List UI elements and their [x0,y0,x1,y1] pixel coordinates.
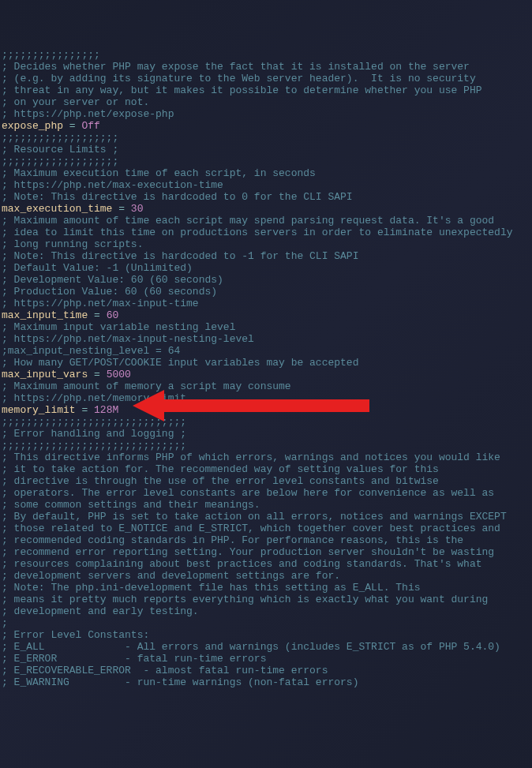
comment-text: ; Maximum execution time of each script,… [2,167,316,179]
ini-key: max_execution_time [2,203,112,215]
comment-text: ; idea to limit this time on productions… [2,227,513,238]
code-line: ; E_ERROR - fatal run-time errors [2,653,530,665]
code-line: max_input_vars = 5000 [2,369,530,380]
ini-key: max_input_vars [2,369,88,380]
code-line: ;;;;;;;;;;;;;;;;;;; [2,132,530,144]
code-line: ; https://php.net/max-execution-time [2,179,530,191]
comment-text: ; How many GET/POST/COOKIE input variabl… [2,357,358,369]
comment-text: ; directive is through the use of the er… [2,475,439,487]
equals-sign: = [88,369,106,380]
comment-text: ; E_RECOVERABLE_ERROR - almost fatal run… [2,665,328,676]
ini-value: 30 [131,203,144,215]
equals-sign: = [112,203,130,215]
comment-text: ; Default Value: -1 (Unlimited) [2,262,193,274]
code-line: ; [2,617,530,629]
ini-value: 60 [107,309,119,321]
code-line: ; Maximum execution time of each script,… [2,167,530,179]
code-line: ; Note: The php.ini-development file has… [2,582,530,594]
code-line: ; those related to E_NOTICE and E_STRICT… [2,523,530,534]
comment-text: ; recommended coding standards in PHP. F… [2,534,463,546]
comment-text: ; development servers and development se… [2,570,340,582]
code-line: ; Decides whether PHP may expose the fac… [2,61,530,73]
comment-text: ; means it pretty much reports everythin… [2,594,488,605]
comment-text: ;;;;;;;;;;;;;;;;;;; [2,155,118,167]
comment-text: ; Error Level Constants: [2,629,149,641]
code-line: ; Error handling and logging ; [2,428,530,440]
code-line: ; Note: This directive is hardcoded to -… [2,250,530,262]
comment-text: ; Maximum amount of memory a script may … [2,380,291,392]
equals-sign: = [63,120,81,132]
comment-text: ; long running scripts. [2,238,143,250]
code-line: ; development and early testing. [2,605,530,617]
comment-text: ; Maximum amount of time each script may… [2,215,494,227]
code-line: ; https://php.net/expose-php [2,108,530,120]
ini-value: 5000 [107,369,131,380]
code-line: ;;;;;;;;;;;;;;;;;;;;;;;;;;;;;; [2,416,530,428]
code-line: ; This directive informs PHP of which er… [2,451,530,463]
comment-text: ; https://php.net/expose-php [2,108,174,120]
comment-text: ; development and early testing. [2,605,199,617]
comment-text: ; resources complaining about best pract… [2,558,482,570]
code-line: ; Note: This directive is hardcoded to 0… [2,191,530,203]
code-line: ; By default, PHP is set to take action … [2,511,530,523]
code-line: ; some common settings and their meaning… [2,499,530,511]
comment-text: ; threat in any way, but it makes it pos… [2,84,482,96]
code-line: ;;;;;;;;;;;;;;;;;;;;;;;;;;;;;; [2,440,530,451]
code-line: ; Production Value: 60 (60 seconds) [2,286,530,298]
code-line: ;max_input_nesting_level = 64 [2,345,530,357]
code-line: ; recommend error reporting setting. You… [2,546,530,558]
code-line: ; Maximum amount of memory a script may … [2,380,530,392]
ini-value: 128M [94,404,118,416]
code-line: ; directive is through the use of the er… [2,475,530,487]
code-line: ; it to take action for. The recommended… [2,463,530,475]
code-line: ; Maximum amount of time each script may… [2,215,530,227]
comment-text: ; Development Value: 60 (60 seconds) [2,274,223,286]
code-line: ; resources complaining about best pract… [2,558,530,570]
comment-text: ; Note: This directive is hardcoded to 0… [2,191,353,203]
code-line: ; means it pretty much reports everythin… [2,594,530,605]
code-line: ; https://php.net/memory-limit [2,392,530,404]
comment-text: ; Note: The php.ini-development file has… [2,582,421,594]
comment-text: ; Note: This directive is hardcoded to -… [2,250,358,262]
comment-text: ; operators. The error level constants a… [2,487,494,499]
comment-text: ;;;;;;;;;;;;;;;;;;; [2,132,118,144]
comment-text: ; [2,617,8,629]
code-line: ; https://php.net/max-input-time [2,298,530,309]
code-line: ; operators. The error level constants a… [2,487,530,499]
code-line: ; on your server or not. [2,96,530,108]
comment-text: ;;;;;;;;;;;;;;;; [2,49,100,61]
ini-key: memory_limit [2,404,76,416]
comment-text: ; Production Value: 60 (60 seconds) [2,286,217,298]
comment-text: ; Resource Limits ; [2,144,118,155]
code-line: ; E_RECOVERABLE_ERROR - almost fatal run… [2,665,530,676]
code-line: ; recommended coding standards in PHP. F… [2,534,530,546]
code-line: ; Resource Limits ; [2,144,530,155]
code-line: ; Development Value: 60 (60 seconds) [2,274,530,286]
code-view[interactable]: ;;;;;;;;;;;;;;;;; Decides whether PHP ma… [2,49,530,688]
code-line: ; idea to limit this time on productions… [2,227,530,238]
comment-text: ; https://php.net/max-input-time [2,298,199,309]
code-line: expose_php = Off [2,120,530,132]
ini-key: expose_php [2,120,63,132]
comment-text: ; By default, PHP is set to take action … [2,511,507,523]
comment-text: ;max_input_nesting_level = 64 [2,345,180,357]
comment-text: ; This directive informs PHP of which er… [2,451,500,463]
code-line: ;;;;;;;;;;;;;;;; [2,49,530,61]
comment-text: ; recommend error reporting setting. You… [2,546,494,558]
code-line: ;;;;;;;;;;;;;;;;;;; [2,155,530,167]
comment-text: ; Maximum input variable nesting level [2,321,235,333]
code-line: ; Default Value: -1 (Unlimited) [2,262,530,274]
code-line: ; threat in any way, but it makes it pos… [2,84,530,96]
comment-text: ; on your server or not. [2,96,149,108]
equals-sign: = [76,404,94,416]
code-line: ; Maximum input variable nesting level [2,321,530,333]
comment-text: ; https://php.net/memory-limit [2,392,186,404]
code-line: ; Error Level Constants: [2,629,530,641]
comment-text: ; Error handling and logging ; [2,428,186,440]
comment-text: ;;;;;;;;;;;;;;;;;;;;;;;;;;;;;; [2,416,186,428]
comment-text: ; Decides whether PHP may expose the fac… [2,61,470,73]
equals-sign: = [88,309,106,321]
code-line: max_execution_time = 30 [2,203,530,215]
comment-text: ; https://php.net/max-execution-time [2,179,223,191]
comment-text: ; it to take action for. The recommended… [2,463,439,475]
